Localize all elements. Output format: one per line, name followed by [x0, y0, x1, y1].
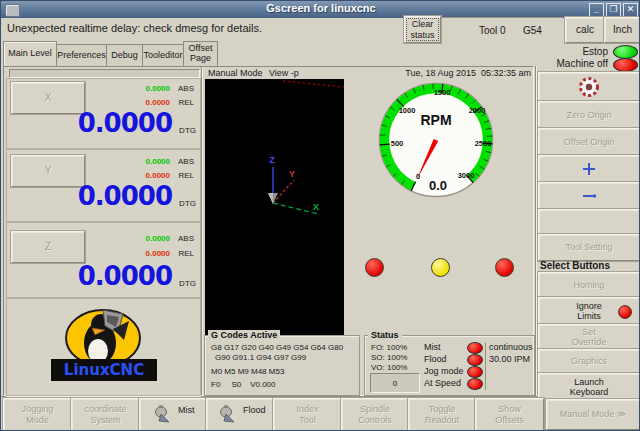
tool-number: Tool 0 [479, 25, 506, 36]
abs-label: ABS [178, 234, 194, 243]
dro-group-y: Y 0.0000 ABS 0.0000 REL 0.0000 DTG [6, 149, 201, 222]
jog-mode-status-label: Jog mode [424, 366, 464, 376]
view-label: View -p [269, 68, 299, 78]
jog-progress-bar [9, 69, 200, 78]
axis-z-button[interactable]: Z [11, 231, 85, 263]
launch-keyboard-button[interactable]: Launch Keyboard [538, 373, 640, 401]
dtg-label: DTG [179, 279, 196, 288]
logo-text-bar: LinuxCNC [51, 359, 157, 381]
coordinate-system-button[interactable]: coordinate System [71, 398, 140, 431]
z-abs-value: 0.0000 [146, 234, 170, 243]
select-buttons-label: Select Buttons [540, 260, 610, 271]
close-icon[interactable]: ✕ [623, 3, 638, 17]
datetime-label: Tue, 18 Aug 2015 05:32:35 am [331, 68, 531, 78]
dtg-label: DTG [179, 126, 196, 135]
gauge-value: 0.0 [429, 178, 447, 193]
ignore-limits-led [618, 305, 632, 319]
y-axis-line [273, 180, 294, 203]
logo-panel: LinuxCNC [6, 298, 201, 396]
coord-system: G54 [523, 25, 542, 36]
gauge-tick-3000: 3000 [458, 171, 475, 180]
move-to-origin-button[interactable] [538, 155, 640, 183]
homing-button[interactable]: Homing [538, 272, 640, 298]
flood-status-label: Flood [424, 354, 447, 364]
mist-status-led [467, 342, 483, 354]
jog-increment-box[interactable]: 0 [370, 373, 420, 393]
z-dtg-value: 0.0000 [78, 261, 172, 291]
axis-x-button[interactable]: X [11, 82, 85, 114]
ignore-limits-button[interactable]: Ignore Limits [538, 297, 640, 325]
blank-button[interactable] [538, 209, 640, 235]
velocity-override: VO: 100% [371, 363, 407, 372]
dro-group-x: X 0.0000 ABS 0.0000 REL 0.0000 DTG [6, 78, 201, 149]
feed-override: FO: 100% [371, 343, 407, 352]
axis-y-button[interactable]: Y [11, 155, 85, 187]
gcodes-line1: G8 G17 G20 G40 G49 G54 G64 G80 [211, 343, 343, 352]
zero-origin-button[interactable]: Zero Origin [538, 101, 640, 129]
y-axis-label: Y [289, 169, 295, 179]
gcodes-frame: G Codes Active G8 G17 G20 G40 G49 G54 G6… [204, 335, 360, 396]
flood-button[interactable]: Flood [206, 398, 274, 431]
gauge-tick-0: 0 [416, 172, 420, 181]
minimize-icon[interactable]: _ [589, 3, 604, 17]
machine-off-label: Machine off [536, 58, 608, 69]
crosshair-icon [582, 162, 596, 176]
mist-button[interactable]: Mist [139, 398, 207, 431]
toggle-readout-button[interactable]: Toggle Readout [408, 398, 476, 431]
rel-label: REL [178, 171, 194, 180]
tab-tooleditor[interactable]: Tooleditor [142, 44, 184, 66]
flood-status-led [467, 354, 483, 366]
y-dtg-value: 0.0000 [78, 181, 172, 211]
abs-label: ABS [178, 84, 194, 93]
show-offsets-button[interactable]: Show Offsets [475, 398, 544, 431]
spindle-led-left [365, 258, 384, 277]
status-message: Unexpected realtime delay: check dmesg f… [7, 22, 399, 34]
tool-setting-button[interactable]: Tool Setting [538, 234, 640, 261]
calc-button[interactable]: calc [565, 17, 605, 43]
center-right-divider[interactable] [535, 66, 537, 396]
manual-mode-button[interactable]: Manual Mode ≫ [546, 399, 640, 430]
index-tool-button[interactable]: Index Tool [273, 398, 342, 431]
mist-spray-icon [153, 404, 173, 424]
clear-status-button[interactable]: Clear status [404, 16, 441, 43]
gremlin-3d-viewport[interactable]: Z Y X [205, 79, 344, 336]
gauge-dial-icon [578, 76, 600, 98]
toolpath-extents-line [283, 81, 344, 87]
set-override-button[interactable]: Set Override [538, 324, 640, 350]
graphics-button[interactable]: Graphics [538, 349, 640, 374]
mode-label: Manual Mode [208, 68, 263, 78]
tool-touchoff-button[interactable] [538, 72, 640, 102]
jog-rate-label: 30.00 IPM [489, 354, 530, 364]
estop-label: Estop [536, 46, 608, 57]
gscreen-window: Gscreen for linuxcnc _ ❐ ✕ Unexpected re… [0, 0, 640, 431]
tab-main-level[interactable]: Main Level [3, 41, 57, 66]
gauge-title: RPM [420, 112, 451, 128]
z-rel-value: 0.0000 [146, 249, 170, 258]
left-center-divider [201, 67, 203, 395]
fsv-line: F0 S0 V0.000 [211, 380, 275, 389]
flood-spray-icon [218, 404, 238, 424]
jog-mode-status-led [467, 366, 483, 378]
x-dtg-value: 0.0000 [78, 108, 172, 138]
abs-label: ABS [178, 157, 194, 166]
status-frame: Status FO: 100% SO: 100% VO: 100% 0 Mist… [364, 335, 535, 396]
gauge-tick-500: 500 [391, 139, 404, 148]
rpm-gauge: 0 500 1000 1500 2000 2500 3000 RPM 0.0 [376, 79, 496, 201]
axis-jog-button[interactable] [538, 182, 640, 210]
units-button[interactable]: Inch [604, 17, 640, 43]
x-abs-value: 0.0000 [146, 84, 170, 93]
status-divider [485, 342, 486, 390]
jogging-mode-button[interactable]: Jogging Mode [3, 398, 72, 431]
spindle-controls-button[interactable]: Spindle Controls [341, 398, 409, 431]
jog-continuous-label: continuous [489, 342, 533, 352]
rel-label: REL [178, 249, 194, 258]
mcodes-line: M0 M5 M9 M48 M53 [211, 367, 284, 376]
maximize-icon[interactable]: ❐ [606, 3, 621, 17]
tab-debug[interactable]: Debug [106, 44, 143, 66]
tab-preferences[interactable]: Preferences [56, 44, 107, 66]
offset-origin-button[interactable]: Offset Origin [538, 128, 640, 156]
x-axis-line [273, 203, 318, 214]
titlebar: Gscreen for linuxcnc _ ❐ ✕ [1, 1, 640, 18]
x-rel-value: 0.0000 [146, 98, 170, 107]
tab-offset-page[interactable]: Offset Page [183, 41, 218, 66]
